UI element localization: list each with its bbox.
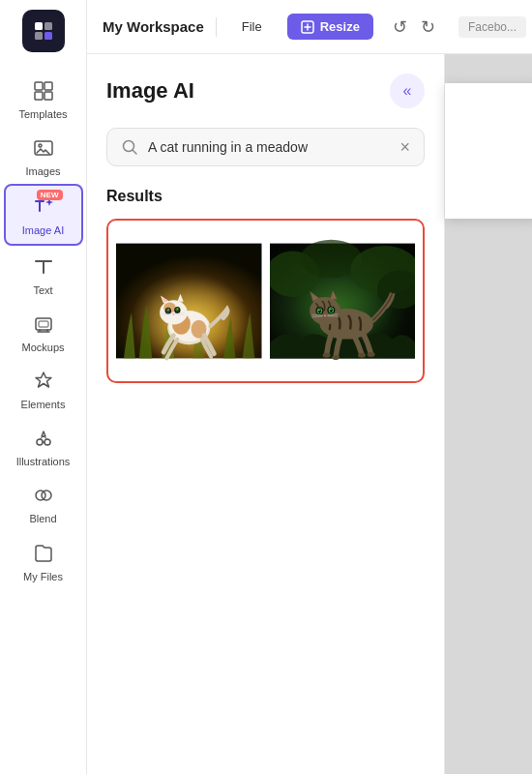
canvas-frame [445, 83, 532, 219]
svg-rect-13 [43, 260, 44, 274]
svg-rect-6 [35, 92, 43, 100]
results-label: Results [106, 188, 425, 205]
images-icon [30, 134, 57, 162]
svg-rect-4 [35, 82, 43, 90]
svg-point-41 [177, 309, 178, 310]
sidebar-item-blend[interactable]: Blend [4, 474, 83, 531]
svg-rect-3 [44, 32, 52, 40]
results-grid [106, 219, 425, 383]
search-clear-button[interactable]: × [399, 138, 410, 156]
svg-point-55 [358, 353, 366, 358]
my-files-icon [30, 540, 57, 567]
svg-rect-11 [39, 200, 41, 212]
svg-point-62 [318, 309, 320, 313]
search-bar: × [106, 128, 425, 166]
illustrations-icon [30, 425, 57, 452]
cat-image-2 [270, 228, 416, 373]
sidebar-item-elements-label: Elements [21, 399, 66, 411]
sidebar-item-images[interactable]: Images [4, 127, 83, 184]
new-badge: New [37, 190, 63, 200]
search-icon [121, 138, 138, 156]
svg-rect-15 [39, 321, 48, 327]
sidebar-item-images-label: Images [25, 165, 60, 178]
resize-button[interactable]: Resize [287, 14, 373, 40]
blend-icon [30, 482, 57, 509]
svg-point-40 [168, 310, 169, 311]
sidebar-item-illustrations-label: Illustrations [16, 456, 71, 468]
sidebar-item-templates[interactable]: Templates [4, 70, 83, 127]
undo-button[interactable]: ↺ [389, 15, 411, 40]
svg-point-56 [367, 352, 374, 357]
sidebar-item-text-label: Text [33, 284, 52, 297]
search-input[interactable] [148, 139, 390, 155]
sidebar-item-image-ai[interactable]: New Image AI [4, 184, 83, 245]
sidebar-item-image-ai-label: Image AI [22, 224, 64, 237]
app-body: My Workspace File Resize ↺ ↻ Facebo... I… [87, 0, 532, 774]
sidebar-item-mockups-label: Mockups [21, 342, 64, 354]
sidebar-item-text[interactable]: Text [4, 246, 83, 303]
svg-point-63 [330, 308, 332, 313]
redo-button[interactable]: ↻ [417, 15, 439, 40]
text-icon [30, 253, 57, 281]
undo-redo-group: ↺ ↻ [389, 15, 439, 40]
main-area: Image AI « × Results [87, 54, 532, 774]
cat-image-1 [116, 228, 262, 373]
svg-rect-7 [44, 92, 52, 100]
svg-rect-5 [44, 82, 52, 90]
logo-button[interactable] [22, 10, 65, 52]
svg-point-53 [322, 353, 330, 358]
svg-point-65 [330, 309, 331, 310]
svg-point-54 [332, 355, 340, 360]
sidebar-item-elements[interactable]: Elements [4, 360, 83, 417]
svg-point-64 [318, 310, 319, 311]
elements-icon [30, 368, 57, 395]
sidebar-item-illustrations[interactable]: Illustrations [4, 417, 83, 474]
collapse-button[interactable]: « [390, 74, 425, 108]
top-bar: My Workspace File Resize ↺ ↻ Facebo... [87, 0, 532, 54]
workspace-title: My Workspace [103, 18, 204, 35]
resize-icon [301, 20, 314, 34]
svg-point-16 [37, 439, 43, 445]
image-ai-icon: New [30, 194, 57, 221]
top-bar-divider [216, 17, 217, 37]
mockups-icon [30, 311, 57, 338]
canvas-area [445, 54, 532, 774]
sidebar-item-blend-label: Blend [29, 513, 56, 525]
sidebar: Templates Images New Image AI [0, 0, 87, 774]
svg-point-9 [39, 144, 42, 147]
sidebar-item-my-files[interactable]: My Files [4, 532, 83, 589]
canvas-tab[interactable]: Facebo... [458, 16, 526, 38]
result-card-2[interactable] [270, 228, 416, 373]
panel-title: Image AI [106, 78, 194, 104]
image-ai-panel: Image AI « × Results [87, 54, 445, 774]
svg-rect-0 [35, 22, 43, 30]
file-button[interactable]: File [228, 14, 276, 40]
svg-rect-2 [35, 32, 43, 40]
panel-header: Image AI « [106, 74, 425, 108]
result-card-1[interactable] [116, 228, 262, 373]
svg-point-17 [44, 439, 50, 445]
templates-icon [30, 77, 57, 104]
svg-point-22 [42, 491, 51, 500]
sidebar-item-my-files-label: My Files [23, 571, 63, 583]
svg-rect-14 [36, 318, 51, 330]
svg-rect-1 [44, 22, 52, 30]
sidebar-item-mockups[interactable]: Mockups [4, 303, 83, 360]
sidebar-item-templates-label: Templates [18, 108, 67, 121]
